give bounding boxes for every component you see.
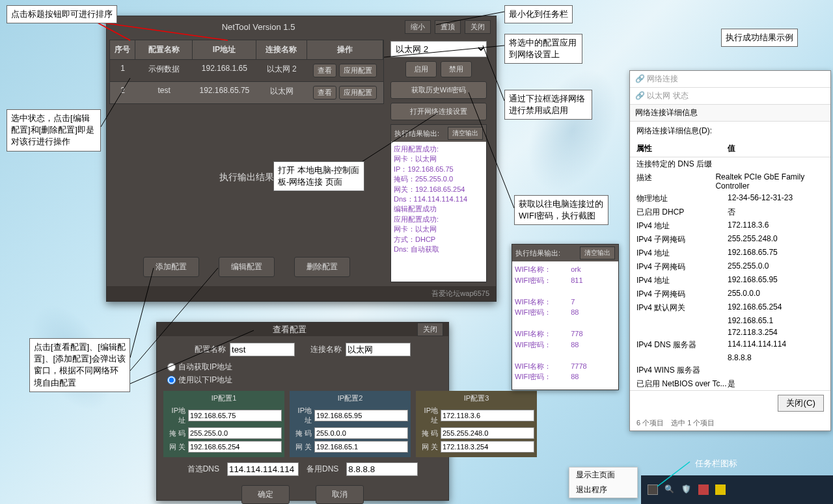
gateway-input[interactable] [314, 441, 408, 453]
output-box: 执行结果输出: 清空输出 应用配置成功:网卡：以太网IP：192.168.65.… [390, 124, 487, 282]
detail-row: 192.168.65.1 [630, 315, 830, 326]
hint-wifi: 获取以往电脑连接过的WIFI密码，执行截图 [514, 195, 608, 225]
dialog-title: 查看配置 [162, 324, 417, 336]
mask-input[interactable] [188, 427, 282, 439]
topmost-button[interactable]: 置顶 [435, 20, 461, 34]
apply-button[interactable]: 应用配置 [339, 64, 377, 77]
detail-row: 连接特定的 DNS 后缀 [630, 157, 830, 171]
output-title: 执行结果输出: [394, 129, 439, 139]
detail-row: 172.118.3.254 [630, 326, 830, 338]
taskbar-tray: 🔍 🛡️ [641, 475, 833, 504]
open-net-button[interactable]: 打开网络连接设置 [390, 103, 487, 120]
radio-static[interactable]: 使用以下IP地址 [167, 375, 442, 386]
config-dialog: 查看配置 关闭 配置名称 连接名称 自动获取IP地址 使用以下IP地址 IP配置… [156, 322, 449, 501]
ok-button[interactable]: 确定 [241, 485, 290, 504]
main-window: NetTool Version 1.5 缩小 置顶 关闭 序号 配置名称 IP地… [106, 16, 497, 302]
config-table: 序号 配置名称 IP地址 连接名称 操作 1示例数据192.168.1.65以太… [109, 40, 384, 104]
network-details-window: 🔗 网络连接 🔗 以太网 状态 网络连接详细信息 网络连接详细信息(D): 属性… [629, 70, 831, 431]
hint-dropdown: 通过下拉框选择网络进行禁用或启用 [504, 90, 592, 120]
detail-row: 已启用 DHCP否 [630, 206, 830, 219]
detail-row: IPv4 地址192.168.65.75 [630, 246, 830, 260]
wifi-out-title: 执行结果输出: [515, 248, 560, 258]
winnet-sub: 网络连接详细信息(D): [630, 122, 830, 140]
gateway-input[interactable] [441, 441, 534, 453]
detail-row: IPv4 子网掩码255.255.248.0 [630, 233, 830, 246]
detail-row: 物理地址12-34-56-12-31-23 [630, 192, 830, 206]
winnet-t3: 网络连接详细信息 [630, 105, 830, 122]
wifi-output-panel: 执行结果输出: 清空输出 WIFI名称：██orkWIFI密码：██811WIF… [512, 244, 619, 390]
view-button[interactable]: 查看 [313, 64, 336, 77]
winnet-t2: 🔗 以太网 状态 [630, 88, 830, 105]
view-button[interactable]: 查看 [313, 86, 336, 99]
dns1-input[interactable] [227, 462, 299, 476]
hint-sort: 点击标题按钮即可进行排序 [7, 5, 117, 23]
detail-row: 8.8.8.8 [630, 352, 830, 364]
close-button[interactable]: 关闭 [465, 20, 491, 34]
detail-row: IPv4 默认网关192.168.65.254 [630, 301, 830, 315]
detail-row: 描述Realtek PCIe GbE Family Controller [630, 171, 830, 192]
minimize-button[interactable]: 缩小 [405, 20, 431, 34]
radio-dhcp[interactable]: 自动获取IP地址 [167, 362, 442, 373]
gateway-input[interactable] [188, 441, 282, 453]
edit-config-button[interactable]: 编辑配置 [219, 257, 275, 277]
dns2-label: 备用DNS [307, 464, 338, 475]
main-titlebar: NetTool Version 1.5 缩小 置顶 关闭 [107, 16, 496, 37]
col-index[interactable]: 序号 [110, 40, 135, 59]
table-row[interactable]: 1示例数据192.168.1.65以太网 2 查看 应用配置 [110, 59, 383, 81]
disable-button[interactable]: 禁用 [441, 61, 472, 77]
cancel-button[interactable]: 取消 [316, 485, 364, 504]
app-icon[interactable] [698, 484, 709, 495]
nic-select[interactable]: 以太网 2 [390, 41, 487, 57]
table-row[interactable]: 2test192.168.65.75以太网 查看 应用配置 [110, 81, 383, 103]
tray-app-icon[interactable] [648, 484, 658, 495]
ip-config-2: IP配置2 IP地址 掩 码 网 关 [290, 391, 411, 457]
hint-success: 执行成功结果示例 [721, 29, 798, 47]
wifi-clear-button[interactable]: 清空输出 [580, 246, 615, 259]
app-icon[interactable] [715, 484, 726, 495]
winnet-status: 6 个项目 选中 1 个项目 [630, 416, 830, 431]
ip-input[interactable] [188, 410, 282, 421]
ip-input[interactable] [441, 410, 534, 421]
col-ip[interactable]: IP地址 [193, 40, 256, 59]
delete-config-button[interactable]: 删除配置 [294, 257, 350, 277]
add-config-button[interactable]: 添加配置 [143, 257, 199, 277]
search-icon[interactable]: 🔍 [664, 484, 675, 495]
winnet-close-button[interactable]: 关闭(C) [778, 395, 824, 412]
clear-output-button[interactable]: 清空输出 [448, 127, 483, 140]
get-wifi-button[interactable]: 获取历史Wifi密码 [390, 81, 487, 99]
ip-input[interactable] [314, 410, 408, 421]
col-name[interactable]: 配置名称 [135, 40, 193, 59]
hint-apply: 将选中的配置应用到网络设置上 [504, 34, 582, 64]
detail-row: IPv4 子网掩码255.0.0.0 [630, 287, 830, 301]
detail-row: IPv4 地址192.168.65.95 [630, 274, 830, 287]
col-conn[interactable]: 连接名称 [256, 40, 307, 59]
tray-menu: 显示主页面 退出程序 [569, 467, 638, 498]
hint-selrow: 选中状态，点击[编辑配置]和[删除配置]即是对该行进行操作 [7, 109, 101, 152]
config-name-label: 配置名称 [195, 343, 295, 356]
footer-credit: 吾爱论坛wap6575 [107, 286, 496, 301]
conn-name-label: 连接名称 [310, 343, 411, 356]
detail-row: IPv4 地址172.118.3.6 [630, 219, 830, 233]
config-name-input[interactable] [230, 343, 295, 356]
col-op: 操作 [307, 40, 383, 59]
dns2-input[interactable] [346, 462, 418, 476]
tray-show[interactable]: 显示主页面 [569, 468, 637, 483]
detail-row: IPv4 DNS 服务器114.114.114.114 [630, 338, 830, 352]
dialog-close-button[interactable]: 关闭 [417, 323, 443, 336]
output-text: 应用配置成功:网卡：以太网IP：192.168.65.75掩码：255.255.… [391, 142, 486, 282]
detail-row: IPv4 子网掩码255.255.0.0 [630, 260, 830, 274]
shield-icon[interactable]: 🛡️ [681, 484, 692, 495]
ip-config-1: IP配置1 IP地址 掩 码 网 关 [163, 391, 284, 457]
enable-button[interactable]: 启用 [405, 61, 437, 77]
tray-exit[interactable]: 退出程序 [569, 483, 637, 497]
hint-opennet: 打开 本地电脑-控制面板-网络连接 页面 [273, 161, 364, 191]
apply-button[interactable]: 应用配置 [339, 86, 377, 99]
detail-row: 已启用 NetBIOS over Tc...是 [630, 377, 830, 390]
conn-name-input[interactable] [346, 343, 411, 356]
mask-input[interactable] [314, 427, 408, 439]
detail-row: IPv4 WINS 服务器 [630, 364, 830, 377]
mask-input[interactable] [441, 427, 534, 439]
main-title: NetTool Version 1.5 [112, 22, 405, 32]
dns1-label: 首选DNS [187, 464, 219, 475]
ip-config-3: IP配置3 IP地址 掩 码 网 关 [416, 391, 537, 457]
